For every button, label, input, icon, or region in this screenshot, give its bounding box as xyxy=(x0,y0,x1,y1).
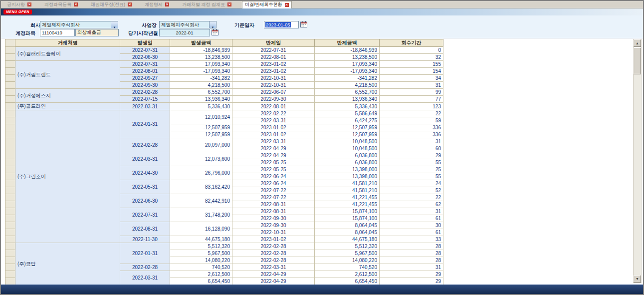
settle-date-cell[interactable]: 2022-03-31 xyxy=(232,264,315,271)
occur-amount-cell[interactable]: 12,507,959 xyxy=(170,131,232,138)
settle-amount-cell[interactable]: 8,064,045 xyxy=(315,222,380,229)
tab-item[interactable]: 거래처별 계정 집계표× xyxy=(180,1,234,8)
row-selector-cell[interactable] xyxy=(5,187,15,194)
occur-date-cell[interactable]: 2022-01-31 xyxy=(120,110,170,138)
tab-close-icon[interactable]: × xyxy=(128,2,132,6)
settle-date-cell[interactable]: 2022-08-01 xyxy=(232,103,315,110)
settle-date-cell[interactable]: 2022-10-31 xyxy=(232,82,315,89)
settle-amount-cell[interactable]: -341,282 xyxy=(315,75,380,82)
occur-amount-cell[interactable]: 740,520 xyxy=(170,264,232,271)
settle-amount-cell[interactable]: -18,846,939 xyxy=(315,47,380,54)
settle-amount-cell[interactable]: 740,520 xyxy=(315,264,380,271)
occur-date-cell[interactable]: 2022-03-31 xyxy=(120,271,170,285)
settle-date-cell[interactable]: 2022-03-31 xyxy=(232,117,315,124)
occur-amount-cell[interactable]: -18,846,939 xyxy=(170,47,232,54)
settle-date-cell[interactable]: 2022-09-30 xyxy=(232,222,315,229)
collect-days-cell[interactable]: 29 xyxy=(380,278,443,285)
occur-amount-cell[interactable]: -12,507,959 xyxy=(170,124,232,131)
settle-date-cell[interactable]: 2022-04-29 xyxy=(232,152,315,159)
collect-days-cell[interactable]: 55 xyxy=(380,159,443,166)
settle-date-cell[interactable]: 2022-10-31 xyxy=(232,75,315,82)
collect-days-cell[interactable]: 33 xyxy=(380,236,443,243)
settle-date-cell[interactable]: 2022-08-31 xyxy=(232,201,315,208)
row-selector-cell[interactable] xyxy=(5,61,15,68)
settle-amount-cell[interactable]: 15,874,100 xyxy=(315,215,380,222)
grid-header-cell[interactable]: 발생일 xyxy=(120,39,170,47)
collect-days-cell[interactable]: 31 xyxy=(380,82,443,89)
row-selector-cell[interactable] xyxy=(5,89,15,96)
occur-date-cell[interactable]: 2022-08-01 xyxy=(120,68,170,75)
occur-date-cell[interactable]: 2022-06-30 xyxy=(120,54,170,61)
occur-amount-cell[interactable]: 82,442,910 xyxy=(170,194,232,208)
settle-date-cell[interactable]: 2022-04-29 xyxy=(232,278,315,285)
settle-amount-cell[interactable]: 5,967,500 xyxy=(315,250,380,257)
collect-days-cell[interactable]: 28 xyxy=(380,250,443,257)
row-selector-cell[interactable] xyxy=(5,173,15,180)
collect-days-cell[interactable]: 31 xyxy=(380,208,443,215)
settle-date-cell[interactable]: 2022-05-25 xyxy=(232,166,315,173)
collect-days-cell[interactable]: 24 xyxy=(380,180,443,187)
row-selector-cell[interactable] xyxy=(5,117,15,124)
collect-days-cell[interactable]: 0 xyxy=(380,47,443,54)
account-name-input[interactable] xyxy=(75,29,119,36)
occur-amount-cell[interactable]: 17,093,340 xyxy=(170,61,232,68)
row-selector-cell[interactable] xyxy=(5,68,15,75)
settle-date-cell[interactable]: 2022-09-30 xyxy=(232,215,315,222)
collect-days-cell[interactable]: 61 xyxy=(380,215,443,222)
menu-open-button[interactable]: MENU OPEN xyxy=(3,9,32,14)
occur-amount-cell[interactable]: 13,936,340 xyxy=(170,96,232,103)
tab-item[interactable]: 계정과목등록× xyxy=(42,1,80,8)
row-selector-cell[interactable] xyxy=(5,82,15,89)
collect-days-cell[interactable]: 22 xyxy=(380,194,443,201)
settle-amount-cell[interactable]: 6,424,275 xyxy=(315,117,380,124)
settle-date-cell[interactable]: 2022-02-22 xyxy=(232,110,315,117)
row-selector-cell[interactable] xyxy=(5,145,15,152)
collect-days-cell[interactable]: 31 xyxy=(380,264,443,271)
settle-date-cell[interactable]: 2023-01-02 xyxy=(232,61,315,68)
settle-amount-cell[interactable]: 10,048,500 xyxy=(315,138,380,145)
tab-close-icon[interactable]: × xyxy=(74,2,78,6)
scroll-up-button[interactable]: ▲ xyxy=(634,39,641,47)
start-month-calendar-button[interactable] xyxy=(211,29,219,36)
settle-amount-cell[interactable]: 44,675,180 xyxy=(315,236,380,243)
row-selector-cell[interactable] xyxy=(5,54,15,61)
customer-cell[interactable]: (주)갤러리드슬레이 xyxy=(15,47,120,61)
settle-amount-cell[interactable]: 6,036,800 xyxy=(315,159,380,166)
collect-days-cell[interactable]: 25 xyxy=(380,166,443,173)
collect-days-cell[interactable]: 155 xyxy=(380,61,443,68)
occur-amount-cell[interactable]: -17,093,340 xyxy=(170,68,232,75)
occur-date-cell[interactable]: 2022-07-31 xyxy=(120,61,170,68)
tab-item[interactable]: 채권채무장(전표)× xyxy=(88,1,134,8)
start-month-input[interactable] xyxy=(159,29,210,36)
settle-date-cell[interactable]: 2022-03-31 xyxy=(232,138,315,145)
collect-days-cell[interactable]: 29 xyxy=(380,271,443,278)
settle-date-cell[interactable]: 2022-08-31 xyxy=(232,208,315,215)
base-date-calendar-button[interactable] xyxy=(300,21,308,28)
settle-amount-cell[interactable]: 17,093,340 xyxy=(315,61,380,68)
occur-date-cell[interactable]: 2022-09-27 xyxy=(120,75,170,82)
collect-days-cell[interactable]: 62 xyxy=(380,201,443,208)
row-selector-cell[interactable] xyxy=(5,103,15,110)
collect-days-cell[interactable]: 60 xyxy=(380,145,443,152)
collect-days-cell[interactable]: 55 xyxy=(380,173,443,180)
occur-amount-cell[interactable]: 14,080,220 xyxy=(170,257,232,264)
row-selector-cell[interactable] xyxy=(5,47,15,54)
settle-date-cell[interactable]: 2022-09-30 xyxy=(232,96,315,103)
occur-amount-cell[interactable]: 12,073,600 xyxy=(170,152,232,166)
settle-amount-cell[interactable]: 13,936,340 xyxy=(315,96,380,103)
occur-date-cell[interactable]: 2022-03-31 xyxy=(120,152,170,166)
settle-amount-cell[interactable]: -17,093,340 xyxy=(315,68,380,75)
occur-amount-cell[interactable]: 12,010,924 xyxy=(170,110,232,124)
settle-date-cell[interactable]: 2022-07-22 xyxy=(232,194,315,201)
customer-cell[interactable]: (주)거성에스지 xyxy=(15,89,120,103)
occur-amount-cell[interactable]: 6,654,450 xyxy=(170,278,232,285)
row-selector-cell[interactable] xyxy=(5,229,15,236)
collect-days-cell[interactable]: 29 xyxy=(380,152,443,159)
settle-amount-cell[interactable]: 4,218,500 xyxy=(315,82,380,89)
tab-close-icon[interactable]: × xyxy=(285,3,289,7)
occur-date-cell[interactable]: 2022-06-30 xyxy=(120,194,170,208)
settle-date-cell[interactable]: 2023-01-02 xyxy=(232,131,315,138)
customer-cell[interactable]: (주)거림트렌드 xyxy=(15,61,120,89)
company-select-arrow-button[interactable]: ▼ xyxy=(111,21,118,28)
settle-amount-cell[interactable]: 8,064,045 xyxy=(315,229,380,236)
